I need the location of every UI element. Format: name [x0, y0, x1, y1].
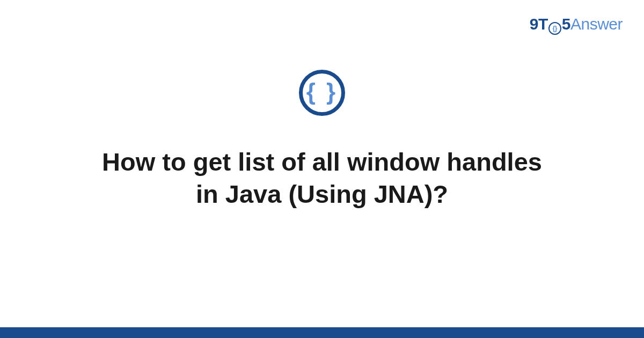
- logo-o-circle: {}: [548, 22, 561, 35]
- logo-o-braces: {}: [553, 25, 557, 32]
- page-title: How to get list of all window handles in…: [75, 146, 569, 210]
- category-icon: { }: [299, 70, 345, 116]
- logo-text-answer: Answer: [570, 15, 623, 33]
- footer-accent-bar: [0, 327, 644, 338]
- logo-text-9t: 9T: [530, 15, 548, 33]
- code-braces-icon: { }: [306, 80, 338, 104]
- logo-text-5: 5: [562, 15, 570, 33]
- site-logo: 9T{}5Answer: [530, 15, 623, 34]
- main-content: { } How to get list of all window handle…: [0, 70, 644, 210]
